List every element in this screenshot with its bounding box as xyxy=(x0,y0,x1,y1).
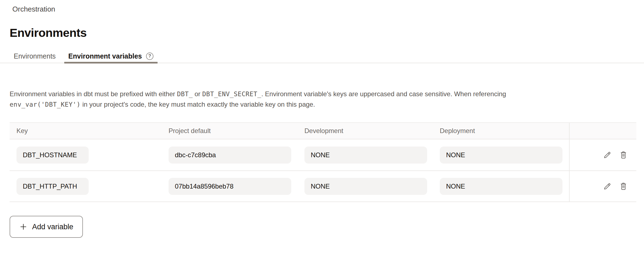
tab-environments[interactable]: Environments xyxy=(10,49,60,63)
project-default-pill: 07bb14a8596beb78 xyxy=(169,178,291,195)
tab-bar: Environments Environment variables ? xyxy=(0,49,644,63)
variable-key-pill: DBT_HOSTNAME xyxy=(16,147,89,164)
table-header-row: Key Project default Development Deployme… xyxy=(10,123,636,139)
description-segment: or xyxy=(193,90,202,98)
column-header-key: Key xyxy=(10,123,162,139)
description-segment: in your project's code, the key must mat… xyxy=(80,101,315,108)
table-row: DBT_HTTP_PATH 07bb14a8596beb78 NONE NONE xyxy=(10,170,636,201)
delete-variable-button[interactable] xyxy=(619,182,628,191)
column-header-deployment: Deployment xyxy=(433,123,569,139)
add-variable-button[interactable]: Add variable xyxy=(10,216,83,238)
add-variable-label: Add variable xyxy=(32,223,73,231)
description-text: Environment variables in dbt must be pre… xyxy=(10,89,630,110)
deployment-pill: NONE xyxy=(440,178,562,195)
trash-icon xyxy=(619,151,628,159)
trash-icon xyxy=(619,182,628,191)
tab-environments-label: Environments xyxy=(14,52,56,60)
tab-environment-variables[interactable]: Environment variables ? xyxy=(64,49,158,63)
environments-page: Orchestration Environments Environments … xyxy=(0,5,644,238)
breadcrumb: Orchestration xyxy=(12,5,636,13)
description-segment: . Environment variable's keys are upperc… xyxy=(261,90,506,98)
development-pill: NONE xyxy=(304,147,427,164)
edit-variable-button[interactable] xyxy=(603,182,612,191)
table-row: DBT_HOSTNAME dbc-c7c89cba NONE NONE xyxy=(10,139,636,170)
tab-environment-variables-label: Environment variables xyxy=(68,52,142,60)
development-pill: NONE xyxy=(304,178,427,195)
column-header-actions xyxy=(569,123,636,139)
code-dbt-env-secret-prefix: DBT_ENV_SECRET_ xyxy=(202,90,261,98)
column-header-project-default: Project default xyxy=(162,123,298,139)
deployment-pill: NONE xyxy=(440,147,562,164)
page-title: Environments xyxy=(10,26,636,40)
plus-icon xyxy=(19,223,27,231)
pencil-icon xyxy=(603,182,612,191)
column-header-development: Development xyxy=(298,123,433,139)
code-env-var: env_var('DBT_KEY') xyxy=(10,101,80,108)
help-icon[interactable]: ? xyxy=(146,53,153,60)
description-segment: Environment variables in dbt must be pre… xyxy=(10,90,177,98)
project-default-pill: dbc-c7c89cba xyxy=(169,147,291,164)
environment-variables-table: Key Project default Development Deployme… xyxy=(10,122,636,202)
code-dbt-prefix: DBT_ xyxy=(177,90,193,98)
delete-variable-button[interactable] xyxy=(619,150,628,160)
edit-variable-button[interactable] xyxy=(603,150,612,160)
pencil-icon xyxy=(603,151,612,159)
variable-key-pill: DBT_HTTP_PATH xyxy=(16,178,89,195)
